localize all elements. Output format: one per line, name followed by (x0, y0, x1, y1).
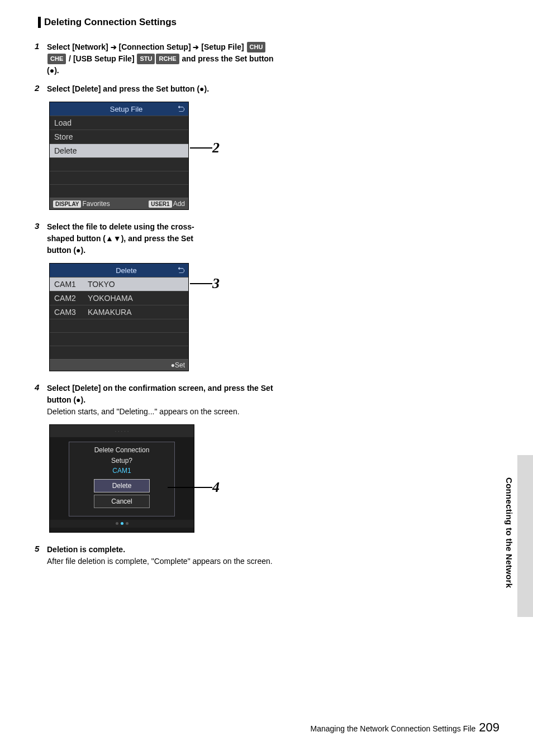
menu-title: Delete (75, 266, 177, 275)
chapter-tab (517, 455, 533, 617)
menu-item-load[interactable]: Load (50, 116, 188, 130)
page-number: 209 (479, 720, 499, 735)
step-2: 2 Select [Delete] and press the Set butt… (35, 83, 275, 95)
set-dot-icon: ● (199, 84, 204, 93)
menu-header: Delete ⮌ (50, 264, 188, 277)
menu-empty-row (50, 346, 188, 359)
step-4: 4 Select [Delete] on the confirmation sc… (35, 382, 275, 418)
set-dot-icon: ● (76, 395, 80, 404)
step-number: 4 (35, 382, 47, 418)
step-5: 5 Deletion is complete. After file delet… (35, 544, 275, 567)
screenshot-confirm: · · · · · Delete Connection Setup? CAM1 … (49, 424, 499, 533)
screenshot-setup-file: Setup File ⮌ Load Store Delete DISPLAYFa… (49, 102, 499, 210)
step-3: 3 Select the file to delete using the cr… (35, 221, 275, 256)
confirm-delete-button[interactable]: Delete (94, 479, 150, 492)
confirm-target: CAM1 (69, 467, 174, 475)
chapter-label: Connecting to the Network (505, 477, 514, 588)
step-number: 5 (35, 544, 47, 567)
set-dot-icon: ● (76, 246, 80, 255)
badge-che: CHE (47, 54, 66, 64)
step-1: 1 Select [Network] ➔ [Connection Setup] … (35, 41, 275, 76)
callout-3: 3 (190, 275, 220, 292)
badge-stu: STU (137, 54, 155, 64)
step3-text: Select the file to delete using the cros… (47, 222, 194, 255)
step1-text: Select [Network] ➔ [Connection Setup] ➔ … (47, 42, 274, 75)
menu-footer: ●Set (50, 359, 188, 371)
user1-key-icon: USER1 (149, 200, 172, 208)
menu-header: Setup File ⮌ (50, 102, 188, 116)
return-icon[interactable]: ⮌ (177, 104, 185, 113)
menu-empty-row (50, 184, 188, 198)
menu-empty-row (50, 157, 188, 171)
display-key-icon: DISPLAY (53, 200, 81, 208)
section-heading: Deleting Connection Settings (38, 17, 499, 28)
callout-4: 4 (168, 479, 220, 496)
set-hint: ●Set (171, 361, 185, 369)
menu-empty-row (50, 332, 188, 346)
menu-item-delete[interactable]: Delete (50, 143, 188, 157)
step-number: 1 (35, 41, 47, 76)
menu-empty-row (50, 171, 188, 184)
file-row-cam1[interactable]: CAM1 TOKYO (50, 277, 188, 291)
step-number: 3 (35, 221, 47, 256)
step2-text: Select [Delete] and press the Set button… (47, 84, 209, 93)
dim-header: · · · · · (50, 425, 194, 437)
menu-title: Setup File (75, 105, 177, 113)
return-icon[interactable]: ⮌ (177, 266, 185, 275)
callout-2: 2 (190, 140, 220, 156)
menu-item-store[interactable]: Store (50, 130, 188, 143)
set-dot-icon: ● (50, 66, 54, 75)
footer-section-title: Managing the Network Connection Settings… (311, 724, 476, 733)
file-row-cam2[interactable]: CAM2 YOKOHAMA (50, 291, 188, 305)
badge-chu: CHU (247, 42, 266, 52)
menu-footer: DISPLAYFavorites USER1Add (50, 198, 188, 209)
screenshot-delete-list: Delete ⮌ CAM1 TOKYO CAM2 YOKOHAMA CAM3 K… (49, 263, 499, 371)
confirm-msg-line2: Setup? (69, 456, 174, 466)
menu-empty-row (50, 319, 188, 332)
step5-bold: Deletion is complete. (47, 545, 125, 554)
page-dots (50, 520, 194, 528)
step-number: 2 (35, 83, 47, 95)
step4-body: Deletion starts, and "Deleting..." appea… (47, 407, 240, 416)
file-row-cam3[interactable]: CAM3 KAMAKURA (50, 305, 188, 319)
confirm-msg-line1: Delete Connection (69, 446, 174, 455)
step4-bold: Select [Delete] on the confirmation scre… (47, 384, 273, 404)
confirm-dialog: Delete Connection Setup? CAM1 Delete Can… (69, 442, 175, 516)
arrow-right-icon: ➔ (193, 43, 199, 51)
arrow-right-icon: ➔ (111, 43, 117, 51)
confirm-cancel-button[interactable]: Cancel (94, 495, 150, 508)
step5-body: After file deletion is complete, "Comple… (47, 557, 273, 566)
badge-rche: RCHE (156, 54, 179, 64)
page-footer: Managing the Network Connection Settings… (311, 720, 499, 735)
